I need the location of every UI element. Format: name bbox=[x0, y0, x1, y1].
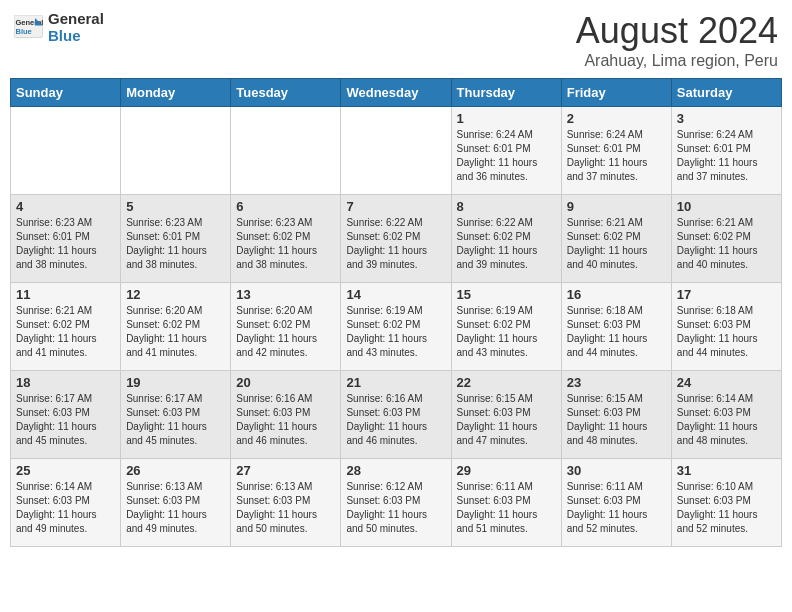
calendar-cell: 6Sunrise: 6:23 AMSunset: 6:02 PMDaylight… bbox=[231, 195, 341, 283]
day-number: 9 bbox=[567, 199, 666, 214]
calendar-cell: 14Sunrise: 6:19 AMSunset: 6:02 PMDayligh… bbox=[341, 283, 451, 371]
day-number: 28 bbox=[346, 463, 445, 478]
day-number: 18 bbox=[16, 375, 115, 390]
day-info: Sunrise: 6:17 AMSunset: 6:03 PMDaylight:… bbox=[126, 392, 225, 448]
calendar-body: 1Sunrise: 6:24 AMSunset: 6:01 PMDaylight… bbox=[11, 107, 782, 547]
day-number: 12 bbox=[126, 287, 225, 302]
col-wednesday: Wednesday bbox=[341, 79, 451, 107]
calendar-cell: 30Sunrise: 6:11 AMSunset: 6:03 PMDayligh… bbox=[561, 459, 671, 547]
calendar-cell bbox=[11, 107, 121, 195]
day-number: 25 bbox=[16, 463, 115, 478]
calendar-header: Sunday Monday Tuesday Wednesday Thursday… bbox=[11, 79, 782, 107]
day-info: Sunrise: 6:16 AMSunset: 6:03 PMDaylight:… bbox=[236, 392, 335, 448]
month-title: August 2024 bbox=[576, 10, 778, 52]
calendar-cell: 10Sunrise: 6:21 AMSunset: 6:02 PMDayligh… bbox=[671, 195, 781, 283]
title-block: August 2024 Arahuay, Lima region, Peru bbox=[576, 10, 778, 70]
day-number: 26 bbox=[126, 463, 225, 478]
day-number: 31 bbox=[677, 463, 776, 478]
logo: General Blue General Blue bbox=[14, 10, 104, 44]
day-info: Sunrise: 6:19 AMSunset: 6:02 PMDaylight:… bbox=[346, 304, 445, 360]
day-number: 5 bbox=[126, 199, 225, 214]
calendar-cell: 5Sunrise: 6:23 AMSunset: 6:01 PMDaylight… bbox=[121, 195, 231, 283]
day-number: 23 bbox=[567, 375, 666, 390]
calendar-cell: 25Sunrise: 6:14 AMSunset: 6:03 PMDayligh… bbox=[11, 459, 121, 547]
day-info: Sunrise: 6:23 AMSunset: 6:01 PMDaylight:… bbox=[126, 216, 225, 272]
day-number: 17 bbox=[677, 287, 776, 302]
day-info: Sunrise: 6:14 AMSunset: 6:03 PMDaylight:… bbox=[677, 392, 776, 448]
day-info: Sunrise: 6:15 AMSunset: 6:03 PMDaylight:… bbox=[567, 392, 666, 448]
calendar-cell bbox=[231, 107, 341, 195]
days-of-week-row: Sunday Monday Tuesday Wednesday Thursday… bbox=[11, 79, 782, 107]
calendar-cell: 28Sunrise: 6:12 AMSunset: 6:03 PMDayligh… bbox=[341, 459, 451, 547]
week-row-4: 18Sunrise: 6:17 AMSunset: 6:03 PMDayligh… bbox=[11, 371, 782, 459]
day-number: 8 bbox=[457, 199, 556, 214]
day-info: Sunrise: 6:17 AMSunset: 6:03 PMDaylight:… bbox=[16, 392, 115, 448]
day-number: 2 bbox=[567, 111, 666, 126]
calendar-cell: 7Sunrise: 6:22 AMSunset: 6:02 PMDaylight… bbox=[341, 195, 451, 283]
day-info: Sunrise: 6:23 AMSunset: 6:02 PMDaylight:… bbox=[236, 216, 335, 272]
calendar-cell: 22Sunrise: 6:15 AMSunset: 6:03 PMDayligh… bbox=[451, 371, 561, 459]
day-info: Sunrise: 6:20 AMSunset: 6:02 PMDaylight:… bbox=[126, 304, 225, 360]
calendar-cell: 15Sunrise: 6:19 AMSunset: 6:02 PMDayligh… bbox=[451, 283, 561, 371]
calendar-cell: 2Sunrise: 6:24 AMSunset: 6:01 PMDaylight… bbox=[561, 107, 671, 195]
day-info: Sunrise: 6:23 AMSunset: 6:01 PMDaylight:… bbox=[16, 216, 115, 272]
day-info: Sunrise: 6:11 AMSunset: 6:03 PMDaylight:… bbox=[457, 480, 556, 536]
day-info: Sunrise: 6:16 AMSunset: 6:03 PMDaylight:… bbox=[346, 392, 445, 448]
day-info: Sunrise: 6:21 AMSunset: 6:02 PMDaylight:… bbox=[677, 216, 776, 272]
day-info: Sunrise: 6:24 AMSunset: 6:01 PMDaylight:… bbox=[567, 128, 666, 184]
calendar-cell bbox=[121, 107, 231, 195]
calendar-cell: 24Sunrise: 6:14 AMSunset: 6:03 PMDayligh… bbox=[671, 371, 781, 459]
calendar-cell: 31Sunrise: 6:10 AMSunset: 6:03 PMDayligh… bbox=[671, 459, 781, 547]
calendar-cell: 18Sunrise: 6:17 AMSunset: 6:03 PMDayligh… bbox=[11, 371, 121, 459]
day-info: Sunrise: 6:19 AMSunset: 6:02 PMDaylight:… bbox=[457, 304, 556, 360]
calendar-cell: 21Sunrise: 6:16 AMSunset: 6:03 PMDayligh… bbox=[341, 371, 451, 459]
col-sunday: Sunday bbox=[11, 79, 121, 107]
calendar-cell: 4Sunrise: 6:23 AMSunset: 6:01 PMDaylight… bbox=[11, 195, 121, 283]
calendar-table: Sunday Monday Tuesday Wednesday Thursday… bbox=[10, 78, 782, 547]
day-number: 30 bbox=[567, 463, 666, 478]
calendar-cell bbox=[341, 107, 451, 195]
day-number: 13 bbox=[236, 287, 335, 302]
calendar-cell: 1Sunrise: 6:24 AMSunset: 6:01 PMDaylight… bbox=[451, 107, 561, 195]
day-number: 10 bbox=[677, 199, 776, 214]
calendar-cell: 26Sunrise: 6:13 AMSunset: 6:03 PMDayligh… bbox=[121, 459, 231, 547]
logo-general-text: General bbox=[48, 10, 104, 27]
day-number: 16 bbox=[567, 287, 666, 302]
col-friday: Friday bbox=[561, 79, 671, 107]
day-number: 3 bbox=[677, 111, 776, 126]
day-number: 29 bbox=[457, 463, 556, 478]
day-info: Sunrise: 6:13 AMSunset: 6:03 PMDaylight:… bbox=[126, 480, 225, 536]
day-info: Sunrise: 6:13 AMSunset: 6:03 PMDaylight:… bbox=[236, 480, 335, 536]
day-number: 1 bbox=[457, 111, 556, 126]
day-info: Sunrise: 6:18 AMSunset: 6:03 PMDaylight:… bbox=[567, 304, 666, 360]
day-number: 4 bbox=[16, 199, 115, 214]
calendar-cell: 9Sunrise: 6:21 AMSunset: 6:02 PMDaylight… bbox=[561, 195, 671, 283]
week-row-5: 25Sunrise: 6:14 AMSunset: 6:03 PMDayligh… bbox=[11, 459, 782, 547]
logo-blue-text: Blue bbox=[48, 27, 104, 44]
calendar-cell: 3Sunrise: 6:24 AMSunset: 6:01 PMDaylight… bbox=[671, 107, 781, 195]
col-tuesday: Tuesday bbox=[231, 79, 341, 107]
calendar-cell: 23Sunrise: 6:15 AMSunset: 6:03 PMDayligh… bbox=[561, 371, 671, 459]
day-info: Sunrise: 6:11 AMSunset: 6:03 PMDaylight:… bbox=[567, 480, 666, 536]
day-info: Sunrise: 6:22 AMSunset: 6:02 PMDaylight:… bbox=[457, 216, 556, 272]
day-number: 7 bbox=[346, 199, 445, 214]
day-number: 6 bbox=[236, 199, 335, 214]
day-number: 15 bbox=[457, 287, 556, 302]
calendar-cell: 8Sunrise: 6:22 AMSunset: 6:02 PMDaylight… bbox=[451, 195, 561, 283]
day-info: Sunrise: 6:15 AMSunset: 6:03 PMDaylight:… bbox=[457, 392, 556, 448]
day-info: Sunrise: 6:21 AMSunset: 6:02 PMDaylight:… bbox=[16, 304, 115, 360]
page-header: General Blue General Blue August 2024 Ar… bbox=[10, 10, 782, 70]
day-number: 21 bbox=[346, 375, 445, 390]
day-info: Sunrise: 6:24 AMSunset: 6:01 PMDaylight:… bbox=[457, 128, 556, 184]
logo-icon: General Blue bbox=[14, 15, 44, 39]
calendar-cell: 12Sunrise: 6:20 AMSunset: 6:02 PMDayligh… bbox=[121, 283, 231, 371]
col-saturday: Saturday bbox=[671, 79, 781, 107]
day-number: 19 bbox=[126, 375, 225, 390]
location-title: Arahuay, Lima region, Peru bbox=[576, 52, 778, 70]
week-row-2: 4Sunrise: 6:23 AMSunset: 6:01 PMDaylight… bbox=[11, 195, 782, 283]
day-number: 24 bbox=[677, 375, 776, 390]
week-row-1: 1Sunrise: 6:24 AMSunset: 6:01 PMDaylight… bbox=[11, 107, 782, 195]
calendar-cell: 29Sunrise: 6:11 AMSunset: 6:03 PMDayligh… bbox=[451, 459, 561, 547]
day-number: 11 bbox=[16, 287, 115, 302]
day-number: 20 bbox=[236, 375, 335, 390]
